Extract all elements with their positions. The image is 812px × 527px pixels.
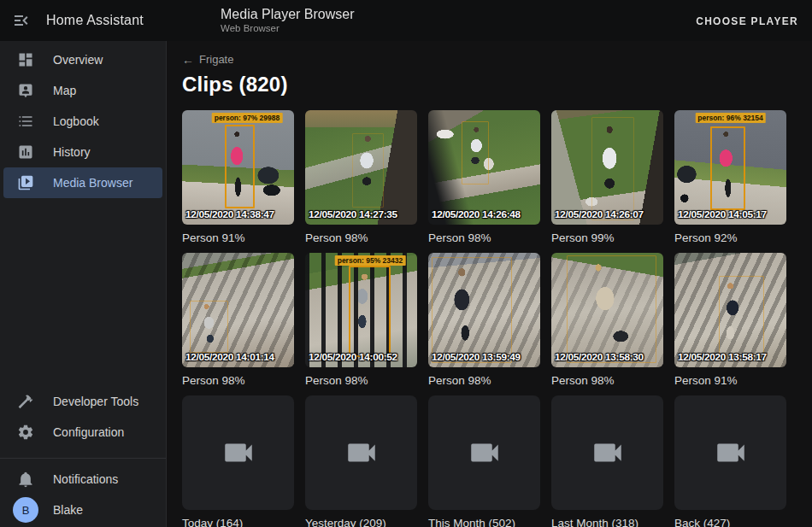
clip-item[interactable]: 12/05/2020 14:26:48 Person 98% xyxy=(428,110,540,247)
sidebar-item-configuration[interactable]: Configuration xyxy=(3,417,162,448)
sidebar-item-label: Logbook xyxy=(53,114,99,128)
clip-thumbnail[interactable]: person: 96% 32154 12/05/2020 14:05:17 xyxy=(674,110,786,225)
folder-item-last-month[interactable]: Last Month (318) xyxy=(551,395,663,527)
clip-timestamp: 12/05/2020 13:59:49 xyxy=(432,351,521,363)
clip-item[interactable]: 12/05/2020 13:58:17 Person 91% xyxy=(674,253,786,389)
sidebar-item-label: Configuration xyxy=(53,425,124,439)
clip-label: Person 91% xyxy=(674,372,786,389)
video-camera-icon xyxy=(590,435,626,471)
detection-tag: person: 97% 29988 xyxy=(212,113,283,123)
folder-item-back[interactable]: Back (427) xyxy=(674,395,786,527)
back-link-frigate[interactable]: ← Frigate xyxy=(182,53,233,66)
sidebar-item-media-browser[interactable]: Media Browser xyxy=(3,167,162,198)
video-camera-icon xyxy=(467,435,503,471)
clip-thumbnail[interactable]: 12/05/2020 13:59:49 xyxy=(428,253,540,367)
clip-item[interactable]: 12/05/2020 14:01:14 Person 98% xyxy=(182,253,294,389)
clip-thumbnail[interactable]: 12/05/2020 13:58:17 xyxy=(674,253,786,367)
panel-subtitle: Web Browser xyxy=(221,23,355,34)
panel-title-block: Media Player Browser Web Browser xyxy=(221,7,355,34)
clip-timestamp: 12/05/2020 14:27:35 xyxy=(309,208,397,220)
clips-grid: person: 97% 29988 12/05/2020 14:38:47 Pe… xyxy=(182,110,812,527)
folder-item-today[interactable]: Today (164) xyxy=(182,395,294,527)
clip-item[interactable]: 12/05/2020 13:58:30 Person 98% xyxy=(551,253,663,389)
clip-label: Person 98% xyxy=(428,230,540,247)
bell-icon xyxy=(17,471,34,488)
back-arrow-icon: ← xyxy=(182,54,194,66)
clip-thumbnail[interactable]: person: 95% 23432 12/05/2020 14:00:52 xyxy=(305,253,417,367)
folder-tile[interactable] xyxy=(674,395,786,510)
clip-thumbnail[interactable]: 12/05/2020 14:27:35 xyxy=(305,110,417,225)
header-left: Home Assistant xyxy=(0,10,167,31)
choose-player-button[interactable]: CHOOSE PLAYER xyxy=(696,15,798,27)
sidebar-item-logbook[interactable]: Logbook xyxy=(3,106,162,137)
detection-bbox xyxy=(710,126,745,210)
map-account-icon xyxy=(17,82,34,99)
sidebar-item-map[interactable]: Map xyxy=(3,75,162,106)
clip-thumbnail[interactable]: person: 97% 29988 12/05/2020 14:38:47 xyxy=(182,110,294,225)
sidebar-item-user[interactable]: B Blake xyxy=(3,495,162,525)
clip-item[interactable]: 12/05/2020 14:26:07 Person 99% xyxy=(551,110,663,247)
sidebar-item-label: Media Browser xyxy=(53,176,132,190)
sidebar-item-developer-tools[interactable]: Developer Tools xyxy=(3,386,162,417)
sidebar-spacer xyxy=(0,198,166,386)
clip-label: Person 91% xyxy=(182,230,294,247)
folder-item-yesterday[interactable]: Yesterday (209) xyxy=(305,395,417,527)
folder-tile[interactable] xyxy=(428,395,540,510)
sidebar-item-label: Map xyxy=(53,84,76,97)
folder-tile[interactable] xyxy=(305,395,417,510)
detection-bbox xyxy=(190,301,228,352)
clip-thumbnail[interactable]: 12/05/2020 14:26:48 xyxy=(428,110,540,225)
sidebar-item-history[interactable]: History xyxy=(3,137,162,167)
sidebar-toggle-icon[interactable] xyxy=(12,10,32,31)
clip-thumbnail[interactable]: 12/05/2020 14:26:07 xyxy=(551,110,663,225)
panel-title: Media Player Browser xyxy=(221,7,355,22)
clip-thumbnail[interactable]: 12/05/2020 14:01:14 xyxy=(182,253,294,367)
avatar: B xyxy=(13,497,38,523)
clip-item[interactable]: person: 95% 23432 12/05/2020 14:00:52 Pe… xyxy=(305,253,417,389)
list-icon xyxy=(17,113,34,130)
clip-label: Person 98% xyxy=(182,372,294,389)
sidebar-item-label: History xyxy=(53,145,91,159)
sidebar-item-label: Developer Tools xyxy=(53,395,138,408)
media-browser-content: ← Frigate Clips (820) person: 97% 29988 … xyxy=(168,41,812,527)
clip-label: Person 98% xyxy=(305,372,417,389)
detection-tag: person: 96% 32154 xyxy=(695,113,766,123)
detection-bbox xyxy=(567,255,656,363)
chart-icon xyxy=(17,143,34,161)
clip-thumbnail[interactable]: 12/05/2020 13:58:30 xyxy=(551,253,663,367)
sidebar: Overview Map Logbook History Media Brows… xyxy=(0,41,167,527)
folder-tile[interactable] xyxy=(182,395,294,510)
clip-item[interactable]: person: 97% 29988 12/05/2020 14:38:47 Pe… xyxy=(182,110,294,247)
folder-item-this-month[interactable]: This Month (502) xyxy=(428,395,540,527)
clip-timestamp: 12/05/2020 13:58:17 xyxy=(678,351,767,363)
detection-tag: person: 95% 23432 xyxy=(335,255,406,266)
detection-bbox xyxy=(432,257,512,362)
clip-label: Person 98% xyxy=(305,230,417,247)
app-title: Home Assistant xyxy=(46,13,144,28)
detection-bbox xyxy=(225,125,255,208)
video-camera-icon xyxy=(344,435,380,471)
folder-label: Back (427) xyxy=(674,515,786,527)
user-name-label: Blake xyxy=(53,503,83,517)
folder-tile[interactable] xyxy=(551,395,663,510)
back-link-label: Frigate xyxy=(199,53,233,66)
detection-bbox xyxy=(719,276,763,356)
detection-bbox xyxy=(349,266,390,357)
sidebar-item-overview[interactable]: Overview xyxy=(3,44,162,75)
sidebar-item-notifications[interactable]: Notifications xyxy=(3,464,162,495)
app-header: Home Assistant Media Player Browser Web … xyxy=(0,0,812,41)
clip-item[interactable]: 12/05/2020 13:59:49 Person 98% xyxy=(428,253,540,389)
clip-timestamp: 12/05/2020 13:58:30 xyxy=(555,351,644,363)
clip-item[interactable]: 12/05/2020 14:27:35 Person 98% xyxy=(305,110,417,247)
clip-label: Person 92% xyxy=(674,230,786,247)
clip-timestamp: 12/05/2020 14:26:07 xyxy=(555,208,644,220)
clip-label: Person 98% xyxy=(428,372,540,389)
folder-label: This Month (502) xyxy=(428,515,540,527)
gear-icon xyxy=(17,424,34,441)
clip-label: Person 98% xyxy=(551,372,663,389)
sidebar-item-label: Notifications xyxy=(53,472,118,486)
media-browser-icon xyxy=(17,174,34,191)
video-camera-icon xyxy=(713,435,749,471)
clip-item[interactable]: person: 96% 32154 12/05/2020 14:05:17 Pe… xyxy=(674,110,786,247)
clip-timestamp: 12/05/2020 14:05:17 xyxy=(678,208,767,220)
